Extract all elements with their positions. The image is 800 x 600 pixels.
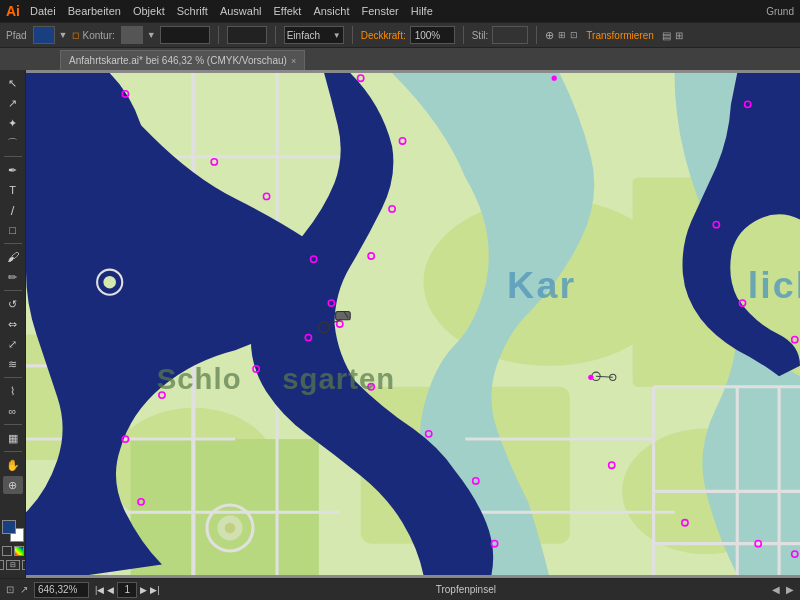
align-icon: ⊞ (558, 30, 566, 40)
fill-arrow: ▼ (59, 30, 68, 40)
stroke-icon: ◻ (72, 30, 79, 40)
last-page-btn[interactable]: ▶| (150, 585, 159, 595)
extra-icon1: ▤ (662, 30, 671, 41)
controlbar: Pfad ▼ ◻ Kontur: ▼ Einfach ▼ Deckkraft: … (0, 22, 800, 48)
page-input[interactable] (117, 582, 137, 598)
tool-sep1 (4, 156, 22, 157)
svg-rect-60 (336, 311, 351, 319)
stroke-icon-small[interactable] (2, 546, 12, 556)
bottombar: ⊡ ↗ |◀ ◀ ▶ ▶| Tropfenpinsel ◀ ▶ (0, 578, 800, 600)
mirror-tool[interactable]: ⇔ (3, 315, 23, 333)
tool-sep3 (4, 290, 22, 291)
svg-text:Kar: Kar (507, 264, 576, 306)
tool-sep4 (4, 377, 22, 378)
warp-tool[interactable]: ≋ (3, 355, 23, 373)
sep1 (218, 26, 219, 44)
svg-point-30 (103, 276, 116, 289)
menu-auswahl[interactable]: Auswahl (220, 5, 262, 17)
paintbrush-tool[interactable]: 🖌 (3, 248, 23, 266)
menu-effekt[interactable]: Effekt (273, 5, 301, 17)
path-label: Pfad (6, 30, 27, 41)
menu-objekt[interactable]: Objekt (133, 5, 165, 17)
gradient-icon[interactable] (14, 546, 24, 556)
blend-tool[interactable]: ∞ (3, 402, 23, 420)
nav-arrow-left[interactable]: ◀ (772, 584, 780, 595)
toolbar: ↖ ↗ ✦ ⌒ ✒ T / □ 🖌 ✏ ↺ ⇔ ⤢ ≋ ⌇ ∞ ▦ ✋ ⊕ (0, 70, 26, 578)
eyedropper-tool[interactable]: ⌇ (3, 382, 23, 400)
stroke-dropdown[interactable]: Einfach ▼ (284, 26, 344, 44)
scale-tool[interactable]: ⤢ (3, 335, 23, 353)
pen-tool[interactable]: ✒ (3, 161, 23, 179)
kontur-swatch[interactable] (121, 26, 143, 44)
document-tab[interactable]: Anfahrtskarte.ai* bei 646,32 % (CMYK/Vor… (60, 50, 305, 70)
deckkraft-input[interactable]: 100% (410, 26, 455, 44)
menu-hilfe[interactable]: Hilfe (411, 5, 433, 17)
fg-bg-swatches[interactable] (2, 520, 24, 542)
share-icon: ↗ (20, 584, 28, 595)
transform-button[interactable]: Transformieren (586, 30, 653, 41)
menu-datei[interactable]: Datei (30, 5, 56, 17)
svg-text:sgarten: sgarten (282, 362, 395, 395)
kontur-value[interactable] (160, 26, 210, 44)
stil-label: Stil: (472, 30, 489, 41)
kontur-arrow: ▼ (147, 30, 156, 40)
foreground-swatch[interactable] (2, 520, 16, 534)
color-area: ■ ⊟ T (0, 520, 26, 574)
app-logo: Ai (6, 3, 20, 19)
menu-ansicht[interactable]: Ansicht (313, 5, 349, 17)
tool-sep6 (4, 451, 22, 452)
tool-name-label: Tropfenpinsel (166, 584, 766, 595)
menu-fenster[interactable]: Fenster (361, 5, 398, 17)
menu-bar: Datei Bearbeiten Objekt Schrift Auswahl … (30, 5, 433, 17)
nav-arrow-right[interactable]: ▶ (786, 584, 794, 595)
prev-page-btn[interactable]: ◀ (107, 585, 114, 595)
map-svg: Schlo sgarten Kar lich (26, 70, 800, 578)
sep5 (536, 26, 537, 44)
svg-text:lich: lich (748, 264, 800, 306)
zoom-input[interactable] (34, 582, 89, 598)
first-page-btn[interactable]: |◀ (95, 585, 104, 595)
page-nav: |◀ ◀ ▶ ▶| (95, 582, 160, 598)
vector-mode-icon[interactable]: ⊟ (6, 560, 20, 570)
direct-selection-tool[interactable]: ↗ (3, 94, 23, 112)
extra-icon2: ⊞ (675, 30, 683, 41)
titlebar-right: Grund (766, 6, 794, 17)
workspace-label: Grund (766, 6, 794, 17)
artboard-icon: ⊡ (6, 584, 14, 595)
hand-tool[interactable]: ✋ (3, 456, 23, 474)
selection-tool[interactable]: ↖ (3, 74, 23, 92)
pencil-tool[interactable]: ✏ (3, 268, 23, 286)
svg-point-71 (552, 76, 557, 81)
next-page-btn[interactable]: ▶ (140, 585, 147, 595)
arrange-icon: ⊡ (570, 30, 578, 40)
stroke-color-swatch[interactable] (227, 26, 267, 44)
tab-title: Anfahrtskarte.ai* bei 646,32 % (CMYK/Vor… (69, 55, 287, 66)
deckkraft-label: Deckkraft: (361, 30, 406, 41)
rectangle-tool[interactable]: □ (3, 221, 23, 239)
sep4 (463, 26, 464, 44)
color-mode-icon[interactable]: ■ (0, 560, 4, 570)
graph-tool[interactable]: ▦ (3, 429, 23, 447)
tabbar: Anfahrtskarte.ai* bei 646,32 % (CMYK/Vor… (0, 48, 800, 70)
titlebar: Ai Datei Bearbeiten Objekt Schrift Auswa… (0, 0, 800, 22)
line-tool[interactable]: / (3, 201, 23, 219)
global-icon: ⊕ (545, 29, 554, 42)
stil-swatch[interactable] (492, 26, 528, 44)
tab-close[interactable]: × (291, 56, 296, 66)
sep3 (352, 26, 353, 44)
tool-sep2 (4, 243, 22, 244)
svg-point-28 (225, 523, 235, 533)
menu-schrift[interactable]: Schrift (177, 5, 208, 17)
svg-point-70 (588, 375, 593, 380)
kontur-label: Kontur: (83, 30, 115, 41)
menu-bearbeiten[interactable]: Bearbeiten (68, 5, 121, 17)
sep2 (275, 26, 276, 44)
tool-sep5 (4, 424, 22, 425)
canvas-area: Schlo sgarten Kar lich (26, 70, 800, 578)
fill-swatch[interactable] (33, 26, 55, 44)
type-tool[interactable]: T (3, 181, 23, 199)
rotate-tool[interactable]: ↺ (3, 295, 23, 313)
lasso-tool[interactable]: ⌒ (3, 134, 23, 152)
zoom-tool[interactable]: ⊕ (3, 476, 23, 494)
magic-wand-tool[interactable]: ✦ (3, 114, 23, 132)
